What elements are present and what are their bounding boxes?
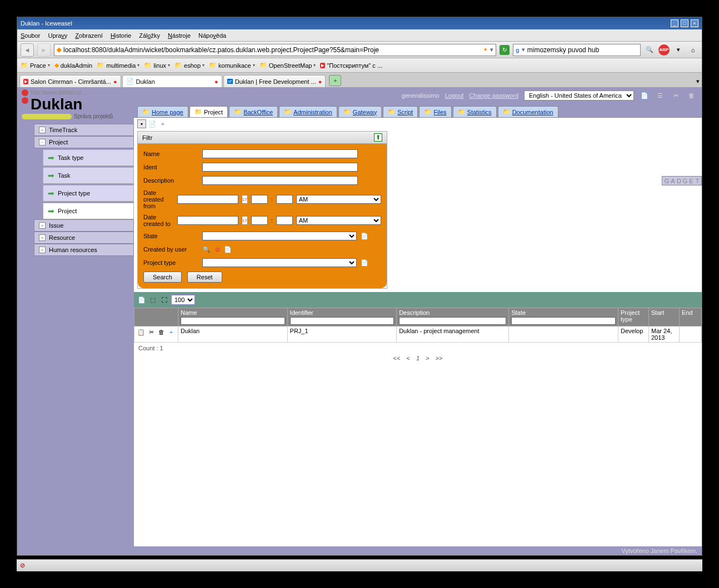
list-icon[interactable]: ☰	[655, 91, 665, 100]
logout-link[interactable]: Logout	[445, 92, 464, 99]
bookmark-eshop[interactable]: 📁eshop▾	[174, 62, 204, 69]
search-box[interactable]: g ▾	[513, 44, 641, 56]
filter-min-from[interactable]	[276, 195, 293, 204]
col-name[interactable]: Name	[181, 309, 197, 316]
down-arrow-icon[interactable]: ▾	[673, 44, 684, 56]
expand-icon[interactable]: ⛶	[159, 295, 168, 304]
bookmark-komunikace[interactable]: 📁komunikace▾	[209, 62, 255, 69]
col-filter-description[interactable]	[399, 317, 506, 325]
bookmark-linux[interactable]: 📁linux▾	[144, 62, 170, 69]
nav-resource[interactable]: +Resource	[34, 232, 134, 244]
nav-issue[interactable]: +Issue	[34, 219, 134, 232]
note-icon[interactable]: 📄	[640, 91, 650, 100]
reload-button[interactable]: ↻	[500, 45, 510, 55]
tools-icon[interactable]: ✂	[671, 91, 681, 100]
trash-icon[interactable]: 🗑	[686, 91, 696, 100]
filter-ampm-from[interactable]: AM	[296, 195, 381, 204]
feed-icon[interactable]: ✦	[483, 46, 488, 53]
add-icon[interactable]: +	[158, 119, 167, 128]
note-icon[interactable]: 📄	[360, 232, 369, 240]
tab-backoffice[interactable]: 📁BackOffice	[229, 106, 278, 117]
tab-administration[interactable]: 📁Administration	[279, 106, 337, 117]
reset-button[interactable]: Reset	[187, 272, 222, 283]
search-input[interactable]	[527, 46, 638, 54]
col-identifier[interactable]: Identifier	[290, 309, 313, 316]
menu-zalozky[interactable]: Záložky	[139, 32, 160, 39]
new-icon[interactable]: 📄	[137, 295, 146, 304]
subnav-project-type[interactable]: ➡Project type	[43, 185, 134, 202]
bookmark-duklaadmin[interactable]: ◆duklaAdmin	[54, 62, 92, 69]
url-bar[interactable]: ◆ ✦ ▾	[54, 44, 496, 56]
tab-close-icon[interactable]: ●	[318, 78, 322, 85]
add-icon[interactable]: +	[167, 328, 176, 336]
edit-icon[interactable]: ✂	[147, 328, 156, 336]
col-filter-identifier[interactable]	[290, 317, 395, 325]
change-password-link[interactable]: Change password	[469, 92, 518, 99]
filter-ampm-to[interactable]: AM	[296, 216, 381, 225]
col-filter-state[interactable]	[511, 317, 616, 325]
nav-project[interactable]: −Project	[34, 136, 134, 148]
subnav-task[interactable]: ➡Task	[43, 167, 134, 184]
note-icon[interactable]: 📄	[223, 245, 232, 254]
tab-project[interactable]: 📁Project	[189, 106, 228, 117]
col-state[interactable]: State	[511, 309, 526, 316]
filter-date-from[interactable]	[177, 195, 238, 204]
search-engine-dropdown[interactable]: ▾	[522, 46, 525, 53]
language-select[interactable]: English - United States of America	[524, 91, 634, 100]
filter-ptype-select[interactable]	[202, 258, 357, 267]
binoculars-icon[interactable]: 🔍	[644, 44, 655, 56]
nav-timetrack[interactable]: +TimeTrack	[34, 124, 134, 136]
filter-date-to[interactable]	[177, 216, 238, 225]
pagesize-select[interactable]: 100	[171, 294, 196, 305]
pager-prev[interactable]: <	[406, 355, 410, 361]
bookmark-postskriptum[interactable]: ▶"Постскриптум" с ...	[320, 62, 382, 69]
pager-last[interactable]: >>	[436, 355, 443, 361]
filter-ident-input[interactable]	[202, 163, 358, 172]
window-maximize[interactable]: □	[681, 19, 688, 27]
url-input[interactable]	[63, 46, 481, 54]
menu-upravy[interactable]: Upravy	[48, 32, 67, 39]
tab-files[interactable]: 📁Files	[419, 106, 451, 117]
menu-soubor[interactable]: Soubor	[21, 32, 40, 39]
search-button[interactable]: Search	[143, 272, 182, 283]
collapse-icon[interactable]: ⬆	[374, 133, 382, 142]
table-row[interactable]: 📋 ✂ 🗑 + Duklan PRJ_1 Duklan - project ma…	[134, 326, 702, 343]
window-close[interactable]: ×	[691, 19, 698, 27]
col-description[interactable]: Description	[399, 309, 430, 316]
tab-documentation[interactable]: 📁Documentation	[498, 106, 558, 117]
nav-human-resources[interactable]: +Human resources	[34, 244, 134, 256]
bookmark-prace[interactable]: 📁Prace▾	[21, 62, 50, 69]
tab-2[interactable]: sfDuklan | Free Development ...●	[223, 75, 326, 87]
pager-first[interactable]: <<	[393, 355, 401, 361]
view-icon[interactable]: 📋	[137, 328, 146, 336]
tab-gateway[interactable]: 📁Gateway	[338, 106, 382, 117]
abp-icon[interactable]: ABP	[658, 44, 670, 56]
col-end[interactable]: End	[682, 309, 693, 316]
window-minimize[interactable]: _	[671, 19, 678, 27]
clear-user-icon[interactable]: ⊘	[213, 245, 222, 254]
forward-button[interactable]: ►	[37, 43, 51, 57]
tab-script[interactable]: 📁Script	[383, 106, 418, 117]
tab-0[interactable]: ▶Salon Cimrman - Cimršantá...●	[19, 75, 121, 87]
url-dropdown-icon[interactable]: ▾	[490, 46, 493, 53]
pager-next[interactable]: >	[426, 355, 429, 361]
note-icon[interactable]: 📄	[360, 258, 369, 267]
calendar-icon[interactable]: 17	[242, 195, 248, 204]
tabs-dropdown-icon[interactable]: ▾	[696, 78, 700, 85]
subnav-task-type[interactable]: ➡Task type	[43, 149, 134, 166]
bookmark-openstreetmap[interactable]: 📁OpenStreetMap▾	[259, 62, 316, 69]
filter-hour-to[interactable]	[251, 216, 268, 225]
filter-desc-input[interactable]	[202, 176, 358, 185]
tab-close-icon[interactable]: ●	[214, 78, 218, 85]
export-icon[interactable]: ⬚	[148, 295, 157, 304]
tab-1[interactable]: 📄Duklan●	[122, 75, 222, 87]
calendar-icon[interactable]: 17	[242, 216, 248, 225]
menu-nastroje[interactable]: Nástroje	[168, 32, 191, 39]
filter-name-input[interactable]	[202, 149, 358, 158]
tab-statistics[interactable]: 📁Statistics	[453, 106, 497, 117]
bookmark-multimedia[interactable]: 📁multimedia▾	[97, 62, 139, 69]
tab-home[interactable]: 📁Home page	[137, 106, 188, 117]
search-user-icon[interactable]: 🔍	[202, 245, 211, 254]
col-filter-name[interactable]	[181, 317, 285, 325]
filter-state-select[interactable]	[202, 232, 357, 240]
